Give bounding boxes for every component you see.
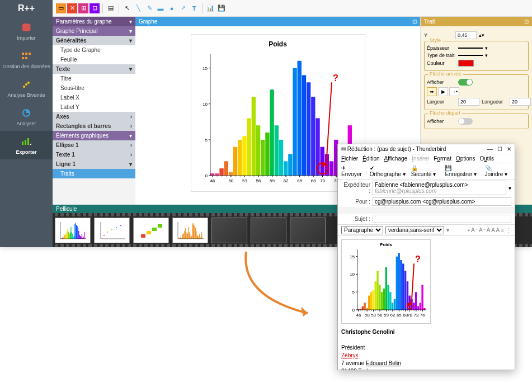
joindre-button[interactable]: 📎 Joindre ▾ <box>485 165 511 177</box>
item-label-x[interactable]: Label X <box>53 93 135 102</box>
nav-importer[interactable]: Importer <box>0 17 53 45</box>
menu-edition[interactable]: Édition <box>362 155 380 162</box>
thumb-4[interactable] <box>172 218 208 243</box>
nav-bivariee[interactable]: Analyse Bivariée <box>0 74 53 102</box>
collapse-icon[interactable]: ▾ <box>129 18 132 25</box>
securite-button[interactable]: 🔒 Sécurité ▾ <box>411 165 440 177</box>
tb-cursor[interactable]: ↖ <box>122 3 132 13</box>
thumb-7[interactable] <box>290 218 326 243</box>
sujet-input[interactable] <box>373 215 511 223</box>
item-titre[interactable]: Titre <box>53 74 135 83</box>
svg-rect-37 <box>311 97 315 176</box>
menu-fichier[interactable]: Fichier <box>341 155 358 162</box>
sub-texte1[interactable]: Texte 1› <box>53 150 135 159</box>
tb-pen[interactable]: ✎ <box>144 3 154 13</box>
tb-save-icon[interactable]: 💾 <box>216 3 227 13</box>
item-label-y[interactable]: Label Y <box>53 102 135 112</box>
svg-rect-140 <box>81 237 81 239</box>
svg-rect-198 <box>368 296 370 310</box>
trait-expand-icon[interactable]: ⊡ <box>524 18 529 25</box>
section-elements[interactable]: Éléments graphiques▾ <box>53 131 135 140</box>
svg-rect-41 <box>329 161 333 176</box>
sub-ellipse1[interactable]: Ellipse 1› <box>53 140 135 150</box>
tb-btn-3[interactable]: ⊞ <box>78 3 88 13</box>
graphe-expand-icon[interactable]: ⊡ <box>412 18 417 25</box>
orthographe-button[interactable]: ✔ Orthographe ▾ <box>370 165 406 177</box>
tb-btn-layout[interactable]: ▤ <box>106 3 116 13</box>
svg-rect-209 <box>392 303 393 310</box>
pour-label: Pour : <box>341 199 370 205</box>
svg-rect-117 <box>63 237 63 239</box>
thumb-1[interactable] <box>55 218 91 243</box>
arrow-style-2[interactable]: ▶ <box>438 87 448 96</box>
arrow-style-1[interactable]: ➡ <box>427 87 437 96</box>
menu-inserer[interactable]: Insérer <box>412 155 429 162</box>
pour-field[interactable]: cg@rplusplus.com <cg@rplusplus.com> <box>373 197 511 206</box>
epaisseur-preview[interactable] <box>458 48 483 49</box>
menu-affichage[interactable]: Affichage <box>384 155 408 162</box>
menu-options[interactable]: Options <box>456 155 475 162</box>
tb-line[interactable]: ╲ <box>133 3 143 13</box>
minimize-icon[interactable]: — <box>487 146 493 152</box>
format-icons[interactable]: ▪ A⁻ A⁺ A A A ≡ ⋮ <box>468 227 511 233</box>
close-icon[interactable]: ✕ <box>507 146 511 152</box>
sig-addr1: 7 avenue Edouard Belin <box>341 360 511 367</box>
svg-rect-6 <box>22 57 24 59</box>
longueur-input[interactable] <box>510 98 531 106</box>
svg-text:59: 59 <box>270 178 275 183</box>
tb-btn-2[interactable]: ✕ <box>67 3 77 13</box>
enregistrer-button[interactable]: 💾 Enregistrer ▾ <box>445 165 479 177</box>
tb-arrow[interactable]: ↗ <box>178 3 188 13</box>
type-trait-preview[interactable] <box>458 55 483 56</box>
thumb-2[interactable] <box>94 218 130 243</box>
maximize-icon[interactable]: ☐ <box>497 146 502 152</box>
tb-chart-icon[interactable]: 📊 <box>205 3 215 13</box>
tb-body[interactable]: Poids 0510154650535659626568707376? Chri… <box>338 236 515 370</box>
sub-axes[interactable]: Axes› <box>53 112 135 121</box>
paragraph-select[interactable]: Paragraphe <box>341 226 383 234</box>
tb-ellipse[interactable]: ● <box>167 3 177 13</box>
font-select[interactable]: verdana,sans-serif <box>385 226 444 234</box>
menu-outils[interactable]: Outils <box>479 155 494 162</box>
nav-gestion[interactable]: Gestion des données <box>0 45 53 74</box>
item-traits[interactable]: Traits <box>53 169 135 178</box>
tb-rect[interactable]: ▬ <box>156 3 166 13</box>
sub-ligne1[interactable]: Ligne 1▾ <box>53 159 135 169</box>
thumb-6[interactable] <box>251 218 286 243</box>
sub-rect[interactable]: Rectangles et barres› <box>53 121 135 131</box>
tb-text[interactable]: T <box>189 3 199 13</box>
item-type-graphe[interactable]: Type de Graphe <box>53 45 135 55</box>
svg-text:59: 59 <box>384 313 389 318</box>
svg-rect-18 <box>224 161 228 176</box>
sub-texte[interactable]: Texte▾ <box>53 64 135 74</box>
tb-btn-4[interactable]: ⊡ <box>90 3 100 13</box>
svg-rect-137 <box>78 230 79 238</box>
afficher-toggle[interactable] <box>458 79 473 86</box>
item-sous-titre[interactable]: Sous-titre <box>53 83 135 93</box>
sub-generalites[interactable]: Généralités▾ <box>53 36 135 45</box>
svg-rect-138 <box>79 234 80 238</box>
y-input[interactable] <box>455 31 477 39</box>
tb-btn-1[interactable]: ▭ <box>56 3 66 13</box>
color-swatch[interactable] <box>458 60 474 67</box>
trait-header: Trait⊡ <box>421 17 532 26</box>
item-feuille[interactable]: Feuille <box>53 55 135 64</box>
tb-app-icon: ✉ <box>341 146 346 152</box>
thumb-3[interactable] <box>133 218 169 243</box>
svg-rect-224 <box>423 308 425 310</box>
svg-rect-185 <box>198 237 199 239</box>
svg-rect-201 <box>375 281 376 310</box>
depart-toggle[interactable] <box>458 118 473 125</box>
nav-exporter[interactable]: Exporter <box>0 131 53 159</box>
nav-analyser[interactable]: Analyser <box>0 102 53 131</box>
section-principal[interactable]: Graphe Principal▾ <box>53 26 135 36</box>
envoyer-button[interactable]: ✈ Envoyer <box>341 165 364 177</box>
thumb-5[interactable] <box>211 218 247 243</box>
stepper-icon[interactable]: ▴▾ <box>479 32 484 38</box>
largeur-input[interactable] <box>458 98 479 106</box>
svg-text:50: 50 <box>365 313 370 318</box>
menu-format[interactable]: Format <box>434 155 451 162</box>
arrow-style-3[interactable]: →• <box>449 87 459 96</box>
sig-company[interactable]: Zébrys <box>341 352 359 358</box>
expediteur-field[interactable]: Fabienne <fabienne@rplusplus.com> fabien… <box>373 181 506 195</box>
